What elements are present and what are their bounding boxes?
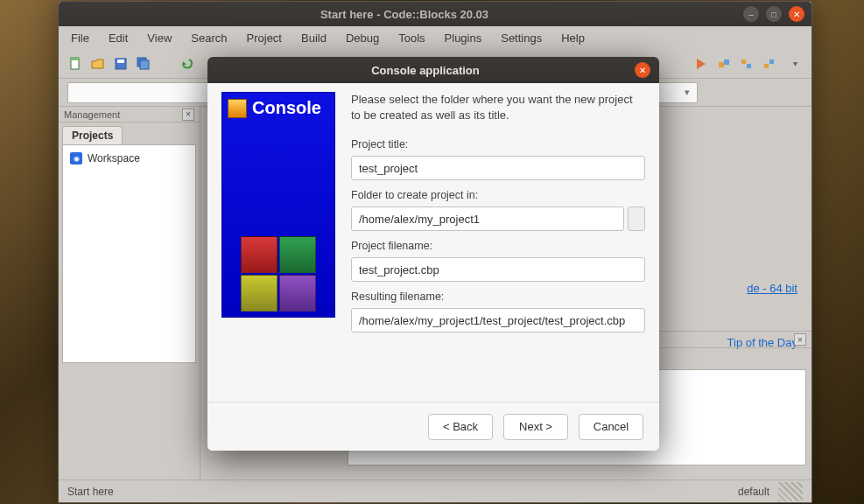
project-filename-input[interactable] <box>351 257 645 282</box>
management-header: Management × <box>59 107 200 122</box>
undo-icon[interactable] <box>179 56 195 72</box>
menu-plugins[interactable]: Plugins <box>436 29 491 47</box>
folder-input[interactable] <box>351 206 624 231</box>
rebuild-icon[interactable] <box>739 56 755 72</box>
svg-rect-6 <box>719 62 724 67</box>
cube-icon <box>279 236 316 273</box>
cube-icon <box>241 275 277 312</box>
resulting-filename-input[interactable] <box>351 308 645 332</box>
link-64bit[interactable]: de - 64 bit <box>747 282 797 295</box>
browse-folder-button[interactable] <box>628 206 645 231</box>
dialog-footer: < Back Next > Cancel <box>207 402 659 451</box>
window-title: Start here - Code::Blocks 20.03 <box>66 8 743 21</box>
console-icon <box>228 99 247 118</box>
save-icon[interactable] <box>113 56 129 72</box>
management-tabs: Projects <box>59 122 200 144</box>
open-file-icon[interactable] <box>90 56 106 72</box>
close-button[interactable]: ✕ <box>789 6 804 22</box>
menu-tools[interactable]: Tools <box>390 29 433 47</box>
abort-icon[interactable] <box>762 56 777 72</box>
tree-workspace[interactable]: ◉ Workspace <box>68 150 190 166</box>
dialog-titlebar[interactable]: Console application ✕ <box>207 57 659 83</box>
menu-debug[interactable]: Debug <box>337 29 388 47</box>
window-titlebar[interactable]: Start here - Code::Blocks 20.03 – □ ✕ <box>59 2 811 26</box>
dialog-form: Please select the folder where you want … <box>351 92 645 405</box>
management-close-icon[interactable]: × <box>182 108 194 121</box>
workspace-icon: ◉ <box>70 152 82 164</box>
menu-file[interactable]: File <box>62 29 98 47</box>
label-folder: Folder to create project in: <box>351 189 645 201</box>
statusbar: Start here default <box>59 480 811 502</box>
svg-rect-7 <box>724 60 729 65</box>
svg-rect-11 <box>769 60 774 64</box>
label-resulting-filename: Resulting filename: <box>351 290 645 303</box>
decorative-cubes <box>222 215 334 312</box>
cube-icon <box>279 275 316 312</box>
svg-rect-1 <box>71 58 79 60</box>
cube-icon <box>241 236 277 273</box>
tree-workspace-label: Workspace <box>88 152 140 164</box>
label-project-title: Project title: <box>351 138 645 150</box>
dialog-body: Console Please select the folder where y… <box>207 83 659 405</box>
console-application-dialog: Console application ✕ Console Please sel… <box>207 57 659 451</box>
minimize-button[interactable]: – <box>743 6 759 22</box>
save-all-icon[interactable] <box>136 56 151 72</box>
svg-rect-5 <box>140 60 149 69</box>
cancel-button[interactable]: Cancel <box>579 414 643 440</box>
maximize-button[interactable]: □ <box>766 6 782 22</box>
label-project-filename: Project filename: <box>351 240 645 252</box>
project-title-input[interactable] <box>351 156 645 180</box>
next-button[interactable]: Next > <box>503 414 568 440</box>
tab-projects[interactable]: Projects <box>62 126 123 144</box>
menu-help[interactable]: Help <box>552 29 594 47</box>
svg-rect-3 <box>117 60 124 63</box>
new-file-icon[interactable] <box>67 56 83 72</box>
dialog-close-icon[interactable]: ✕ <box>635 62 650 78</box>
dialog-title: Console application <box>216 64 635 77</box>
menu-settings[interactable]: Settings <box>492 29 551 47</box>
menu-edit[interactable]: Edit <box>100 29 137 47</box>
sidebar-title-label: Console <box>252 98 321 118</box>
menu-view[interactable]: View <box>138 29 180 47</box>
window-controls: – □ ✕ <box>743 6 804 22</box>
run-icon[interactable] <box>693 56 709 72</box>
menu-project[interactable]: Project <box>238 29 291 47</box>
svg-rect-10 <box>764 64 769 68</box>
status-left: Start here <box>67 486 114 498</box>
menu-search[interactable]: Search <box>182 29 235 47</box>
bottom-close-icon[interactable]: × <box>794 333 806 346</box>
svg-rect-9 <box>747 64 751 68</box>
resize-grip-icon[interactable] <box>778 482 803 501</box>
menubar: File Edit View Search Project Build Debu… <box>59 26 811 49</box>
project-tree[interactable]: ◉ Workspace <box>62 144 196 363</box>
status-right: default <box>738 486 769 498</box>
dialog-sidebar: Console <box>221 92 335 318</box>
management-header-label: Management <box>64 109 120 120</box>
build-icon[interactable] <box>716 56 732 72</box>
toolbar-overflow-icon[interactable]: ▾ <box>788 59 803 68</box>
dialog-intro: Please select the folder where you want … <box>351 92 645 122</box>
back-button[interactable]: < Back <box>428 414 493 440</box>
svg-rect-8 <box>741 60 746 64</box>
dialog-sidebar-title: Console <box>222 93 334 123</box>
menu-build[interactable]: Build <box>292 29 335 47</box>
management-panel: Management × Projects ◉ Workspace <box>59 107 200 480</box>
